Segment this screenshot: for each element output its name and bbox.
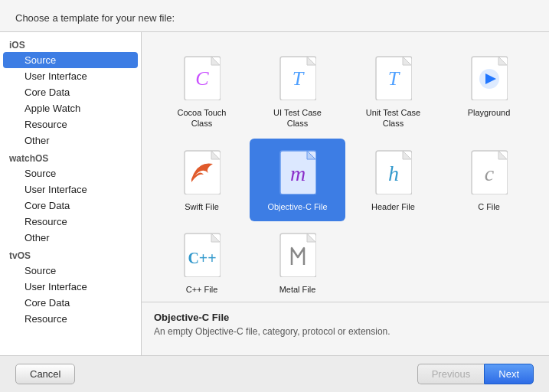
template-cpp-file[interactable]: C++ C++ File — [154, 221, 250, 302]
template-icon-cpp: C++ — [181, 230, 224, 279]
template-icon-header: h — [372, 148, 415, 197]
template-label-playground: Playground — [468, 107, 511, 118]
sidebar-item-ios-apple-watch[interactable]: Apple Watch — [3, 100, 138, 116]
template-label-unit-test: Unit Test CaseClass — [366, 107, 420, 129]
template-swift-file[interactable]: Swift File — [154, 139, 250, 221]
template-icon-metal — [276, 230, 319, 279]
template-label-cpp: C++ File — [186, 284, 218, 295]
svg-text:m: m — [289, 162, 305, 185]
dialog: Choose a template for your new file: iOS… — [0, 0, 549, 392]
dialog-header: Choose a template for your new file: — [0, 0, 549, 31]
template-c-file[interactable]: c C File — [441, 139, 537, 221]
sidebar-item-watchos-resource[interactable]: Resource — [3, 214, 138, 230]
template-label-cocoa-touch: Cocoa TouchClass — [177, 107, 226, 129]
template-label-objc: Objective-C File — [267, 201, 327, 212]
template-icon-unit-test: T — [372, 54, 415, 103]
template-unit-test-case-class[interactable]: T Unit Test CaseClass — [345, 44, 441, 139]
svg-text:T: T — [292, 67, 304, 90]
dialog-body: iOS Source User Interface Core Data Appl… — [0, 31, 549, 356]
sidebar-section-ios: iOS — [0, 35, 141, 52]
svg-text:C: C — [195, 67, 209, 90]
next-button[interactable]: Next — [484, 364, 534, 384]
sidebar-item-watchos-other[interactable]: Other — [3, 230, 138, 246]
description-title: Objective-C File — [154, 312, 537, 323]
template-icon-cocoa-touch: C — [181, 54, 224, 103]
sidebar-item-tvos-core-data[interactable]: Core Data — [3, 295, 138, 311]
template-icon-playground — [468, 54, 511, 103]
sidebar-section-watchos: watchOS — [0, 149, 141, 165]
template-objective-c-file[interactable]: m Objective-C File — [250, 139, 345, 221]
svg-text:T: T — [387, 67, 400, 90]
sidebar-item-ios-core-data[interactable]: Core Data — [3, 84, 138, 100]
template-label-swift: Swift File — [185, 201, 219, 212]
sidebar-item-tvos-user-interface[interactable]: User Interface — [3, 279, 138, 295]
sidebar-section-tvos: tvOS — [0, 246, 141, 263]
template-label-c-file: C File — [478, 201, 500, 212]
sidebar-item-watchos-core-data[interactable]: Core Data — [3, 198, 138, 214]
dialog-footer: Cancel Previous Next — [0, 356, 549, 392]
content-area: C Cocoa TouchClass T UI Test CaseCla — [142, 32, 549, 355]
sidebar-item-watchos-user-interface[interactable]: User Interface — [3, 181, 138, 198]
template-label-metal: Metal File — [279, 284, 316, 295]
svg-text:C++: C++ — [188, 250, 216, 266]
description-text: An empty Objective-C file, category, pro… — [154, 326, 537, 337]
cancel-button[interactable]: Cancel — [15, 364, 75, 384]
template-label-header: Header File — [371, 201, 415, 212]
template-cocoa-touch-class[interactable]: C Cocoa TouchClass — [154, 44, 250, 139]
template-label-ui-test: UI Test CaseClass — [273, 107, 322, 129]
sidebar-item-tvos-source[interactable]: Source — [3, 263, 138, 279]
svg-text:h: h — [388, 162, 399, 185]
template-metal-file[interactable]: Metal File — [250, 221, 345, 302]
sidebar-item-ios-resource[interactable]: Resource — [3, 116, 138, 132]
template-icon-c-file: c — [468, 148, 511, 197]
previous-button[interactable]: Previous — [417, 364, 485, 384]
template-ui-test-case-class[interactable]: T UI Test CaseClass — [250, 44, 345, 139]
svg-text:c: c — [484, 162, 494, 185]
sidebar-item-ios-source[interactable]: Source — [3, 52, 138, 68]
sidebar: iOS Source User Interface Core Data Appl… — [0, 32, 142, 355]
sidebar-item-watchos-source[interactable]: Source — [3, 165, 138, 181]
sidebar-item-ios-other[interactable]: Other — [3, 132, 138, 149]
sidebar-item-tvos-resource[interactable]: Resource — [3, 311, 138, 327]
template-header-file[interactable]: h Header File — [345, 139, 441, 221]
template-icon-swift — [181, 148, 224, 197]
template-icon-ui-test: T — [276, 54, 319, 103]
header-title: Choose a template for your new file: — [15, 12, 175, 24]
nav-buttons: Previous Next — [417, 364, 534, 384]
template-icon-objc: m — [276, 148, 319, 197]
sidebar-item-ios-user-interface[interactable]: User Interface — [3, 68, 138, 84]
template-playground[interactable]: Playground — [441, 44, 537, 139]
description-panel: Objective-C File An empty Objective-C fi… — [142, 302, 549, 355]
template-grid: C Cocoa TouchClass T UI Test CaseCla — [142, 32, 549, 302]
